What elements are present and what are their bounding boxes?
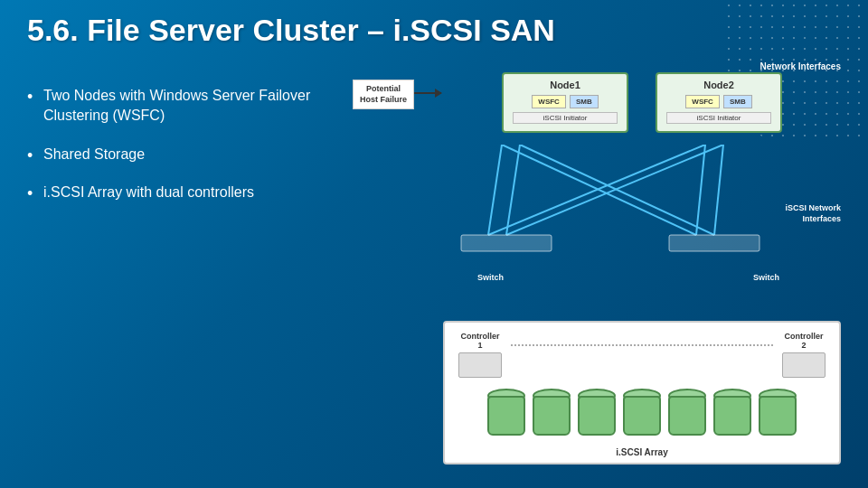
disk-2 [533, 389, 571, 436]
svg-line-7 [714, 145, 723, 235]
svg-line-0 [488, 145, 502, 235]
network-interfaces-label: Network Interfaces [760, 61, 841, 71]
bullet-2: Shared Storage [27, 145, 335, 164]
svg-line-4 [488, 145, 705, 235]
svg-line-6 [696, 145, 705, 235]
controller1-rect [458, 352, 502, 378]
iscsi-array-container: Controller1 Controller2 i.SCSI Array [443, 321, 841, 465]
page-title: 5.6. File Server Cluster – i.SCSI SAN [27, 13, 555, 48]
controller2-rect [782, 352, 826, 378]
bullet-1: Two Nodes with Windows Server Failover C… [27, 86, 335, 127]
node1-smb-badge: SMB [570, 95, 599, 108]
disk-6 [713, 389, 751, 436]
controller-dotted-line [511, 344, 773, 346]
controller2-label: Controller2 [784, 332, 823, 350]
disk-1 [487, 389, 525, 436]
controller1: Controller1 [458, 332, 502, 378]
disk-7 [759, 389, 797, 436]
disk-3 [578, 389, 616, 436]
node2-title: Node2 [666, 80, 771, 90]
controller1-label: Controller1 [460, 332, 499, 350]
iscsi-network-label: iSCSI NetworkInterfaces [785, 203, 841, 224]
node2-initiator: iSCSI Initiator [666, 112, 771, 124]
bullet-3: i.SCSI Array with dual controllers [27, 183, 335, 202]
controllers-row: Controller1 Controller2 [458, 332, 826, 378]
node1-title: Node1 [513, 80, 618, 90]
switch1-label: Switch [477, 273, 504, 282]
diagram: Network Interfaces Potential Host Failur… [344, 54, 850, 479]
node1-badges: WSFC SMB [513, 95, 618, 108]
bullet-list: Two Nodes with Windows Server Failover C… [27, 86, 335, 221]
node2-badges: WSFC SMB [666, 95, 771, 108]
node2-box: Node2 WSFC SMB iSCSI Initiator [656, 72, 782, 133]
switch2-label: Switch [753, 273, 779, 282]
svg-rect-9 [669, 235, 760, 251]
svg-line-5 [506, 145, 723, 235]
controller2: Controller2 [782, 332, 826, 378]
node1-wsfc-badge: WSFC [532, 95, 566, 108]
iscsi-array-label: i.SCSI Array [445, 447, 839, 457]
disk-4 [623, 389, 661, 436]
potential-host-label: Potential Host Failure [353, 80, 414, 109]
disks-row [458, 389, 826, 436]
node2-smb-badge: SMB [723, 95, 752, 108]
svg-rect-8 [461, 235, 552, 251]
node1-box: Node1 WSFC SMB iSCSI Initiator [502, 72, 628, 133]
host-failure-arrow [414, 92, 441, 94]
node1-initiator: iSCSI Initiator [513, 112, 618, 124]
network-lines-svg [434, 145, 841, 307]
nodes-row: Node1 WSFC SMB iSCSI Initiator Node2 WSF… [443, 72, 841, 133]
svg-line-1 [506, 145, 520, 235]
node2-wsfc-badge: WSFC [685, 95, 720, 108]
disk-5 [668, 389, 706, 436]
